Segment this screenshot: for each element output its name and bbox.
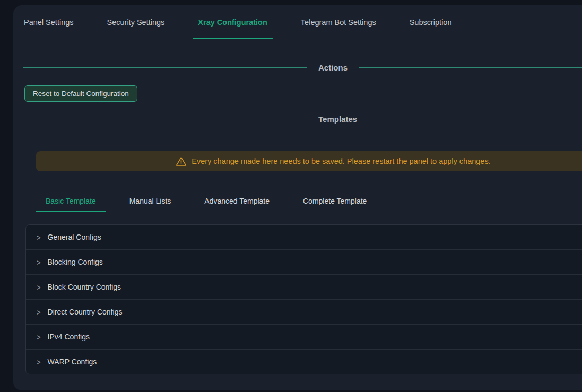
collapse-header-block-country-configs[interactable]: > Block Country Configs [26,274,582,299]
warning-alert: Every change made here needs to be saved… [36,151,582,171]
tab-basic-template[interactable]: Basic Template [36,190,106,212]
divider-line [23,119,307,119]
actions-divider: Actions [23,61,582,74]
collapse-header-label: Direct Country Configs [48,308,123,316]
divider-line [369,119,582,119]
tab-panel-settings[interactable]: Panel Settings [19,5,79,39]
collapse-header-direct-country-configs[interactable]: > Direct Country Configs [26,299,582,324]
tab-subscription[interactable]: Subscription [404,5,457,39]
collapse-header-blocking-configs[interactable]: > Blocking Configs [26,249,582,274]
warning-alert-message: Every change made here needs to be saved… [192,157,490,165]
chevron-right-icon: > [37,333,41,341]
chevron-right-icon: > [37,283,41,291]
divider-line [23,67,307,68]
tab-advanced-template[interactable]: Advanced Template [195,190,279,212]
collapse-header-label: Block Country Configs [48,283,121,291]
xray-settings-card: Panel Settings Security Settings Xray Co… [13,5,582,390]
templates-divider-label: Templates [318,115,357,124]
divider-line [359,67,582,68]
collapse-header-general-configs[interactable]: > General Configs [26,225,582,249]
collapse-header-label: General Configs [48,233,101,241]
template-tab-bar: Basic Template Manual Lists Advanced Tem… [23,190,582,212]
chevron-right-icon: > [37,358,41,366]
collapse-header-warp-configs[interactable]: > WARP Configs [26,349,582,374]
config-collapse: > General Configs > Blocking Configs > B… [25,224,582,374]
collapse-header-label: WARP Configs [48,358,97,366]
warning-triangle-icon [176,156,187,167]
collapse-header-ipv4-configs[interactable]: > IPv4 Configs [26,324,582,349]
tab-complete-template[interactable]: Complete Template [293,190,376,212]
collapse-header-label: IPv4 Configs [48,333,90,341]
main-tab-bar: Panel Settings Security Settings Xray Co… [13,5,582,39]
tab-telegram-bot-settings[interactable]: Telegram Bot Settings [296,5,381,39]
chevron-right-icon: > [37,258,41,266]
reset-default-config-button[interactable]: Reset to Default Configuration [24,85,137,102]
collapse-header-label: Blocking Configs [48,258,103,266]
tab-xray-configuration[interactable]: Xray Configuration [193,5,273,39]
templates-divider: Templates [23,112,582,125]
tab-security-settings[interactable]: Security Settings [102,5,170,39]
tab-manual-lists[interactable]: Manual Lists [120,190,181,212]
actions-divider-label: Actions [318,63,348,72]
chevron-right-icon: > [37,308,41,316]
chevron-right-icon: > [37,233,41,241]
